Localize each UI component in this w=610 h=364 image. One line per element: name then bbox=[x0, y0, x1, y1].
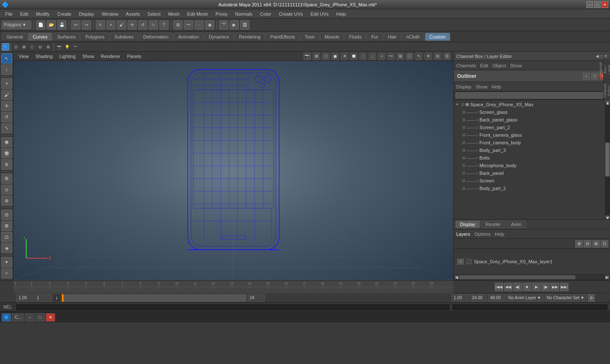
tool-lasso[interactable]: ⌖ bbox=[1, 78, 12, 88]
bt-current-frame-input[interactable]: 1.00 bbox=[452, 294, 469, 302]
tab-animation[interactable]: Animation bbox=[174, 33, 204, 41]
ol-tab-help[interactable]: Help bbox=[492, 84, 502, 89]
toolbar-paint[interactable]: 🖌 bbox=[117, 20, 126, 30]
cb-tab-show[interactable]: Show bbox=[510, 63, 522, 68]
vp-renderer[interactable]: Renderer bbox=[98, 53, 123, 60]
vp-curve-btn[interactable]: 〜 bbox=[387, 52, 395, 60]
ol-item-root[interactable]: ▼ ⊟ Space_Grey_iPhone_XS_Max bbox=[454, 101, 610, 108]
cb-tab-channels[interactable]: Channels bbox=[456, 63, 476, 68]
ol-item-mic-body[interactable]: ⊟ ——○ Microphone_body bbox=[454, 162, 610, 169]
bt-start-time[interactable]: 1.00 bbox=[17, 294, 33, 302]
is-cam[interactable]: 📷 bbox=[55, 43, 63, 51]
toolbar-snap-grid[interactable]: ⊞ bbox=[173, 20, 183, 30]
tool-snap-point[interactable]: ⊙ bbox=[1, 185, 12, 195]
ol-item-screen[interactable]: ⊟ ——○ Screen bbox=[454, 177, 610, 185]
hscroll-thumb[interactable] bbox=[459, 275, 575, 279]
menu-file[interactable]: File bbox=[2, 11, 16, 17]
vp-xray-btn[interactable]: ◌ bbox=[359, 52, 367, 60]
tab-painteffects[interactable]: PaintEffects bbox=[266, 33, 300, 41]
tool-layer2[interactable]: ⊠ bbox=[1, 221, 12, 231]
tab-hair[interactable]: Hair bbox=[383, 33, 401, 41]
ol-scroll-up[interactable]: ▲ bbox=[605, 100, 610, 104]
menu-normals[interactable]: Normals bbox=[232, 11, 256, 17]
vp-hud-btn[interactable]: ⓘ bbox=[406, 52, 413, 60]
layer-tool-2[interactable]: ⊟ bbox=[584, 240, 591, 248]
toolbar-select[interactable]: ↖ bbox=[96, 20, 105, 30]
menu-create-uvs[interactable]: Create UVs bbox=[275, 11, 306, 17]
toolbar-ipr[interactable]: ▶ bbox=[230, 20, 239, 30]
vp-wire-btn[interactable]: ⬡ bbox=[322, 52, 330, 60]
pb-step-back[interactable]: ◀| bbox=[513, 283, 522, 291]
vp-view[interactable]: View bbox=[16, 53, 31, 60]
menu-mesh[interactable]: Mesh bbox=[165, 11, 183, 17]
tab-subdives[interactable]: Subdives bbox=[110, 33, 138, 41]
taskbar-workspace-label[interactable]: C... bbox=[12, 313, 25, 322]
vp-shadow-btn[interactable]: 🔲 bbox=[350, 52, 358, 60]
ol-item-body-part2[interactable]: ⊟ ——○ Body_part_2 bbox=[454, 185, 610, 192]
toolbar-snap-point[interactable]: · bbox=[194, 20, 204, 30]
minimize-button[interactable]: – bbox=[586, 1, 593, 8]
icon-strip-home[interactable]: 🔷 bbox=[2, 43, 9, 51]
ol-tab-display[interactable]: Display bbox=[456, 84, 471, 89]
cb-tab-object[interactable]: Object bbox=[492, 63, 506, 68]
tab-dynamics[interactable]: Dynamics bbox=[204, 33, 234, 41]
tab-ncloth[interactable]: nCloth bbox=[402, 33, 424, 41]
pb-next-key[interactable]: ▶▶ bbox=[551, 283, 559, 291]
tab-rendering[interactable]: Rendering bbox=[234, 33, 265, 41]
tab-deformation[interactable]: Deformation bbox=[139, 33, 173, 41]
tab-fur[interactable]: Fur bbox=[366, 33, 383, 41]
bt-anim-layer[interactable]: No Anim Layer ▼ bbox=[506, 294, 543, 302]
vp-more-btn[interactable]: ☰ bbox=[443, 52, 451, 60]
tool-layer3[interactable]: ⊡ bbox=[1, 232, 12, 242]
toolbar-lasso[interactable]: ⌖ bbox=[106, 20, 116, 30]
tool-rotate[interactable]: ↺ bbox=[1, 112, 12, 122]
cb-expand[interactable]: □ bbox=[600, 54, 603, 58]
close-button[interactable]: ✕ bbox=[602, 1, 608, 8]
ol-minimize[interactable]: – bbox=[583, 73, 590, 80]
vp-light-btn[interactable]: ☀ bbox=[341, 52, 348, 60]
toolbar-redo[interactable]: ↪ bbox=[82, 20, 91, 30]
bt-range-input[interactable]: 1 bbox=[53, 294, 61, 302]
dra-tab-display[interactable]: Display bbox=[455, 221, 480, 228]
toolbar-undo[interactable]: ↩ bbox=[71, 20, 80, 30]
ol-scrollbar[interactable]: ▲ ▼ bbox=[605, 100, 610, 219]
toolbar-save[interactable]: 💾 bbox=[57, 20, 67, 30]
is-curve[interactable]: 〜 bbox=[71, 43, 79, 51]
toolbar-open[interactable]: 📂 bbox=[47, 20, 56, 30]
ol-maximize[interactable]: □ bbox=[591, 73, 598, 80]
bt-end-frame[interactable]: 24 bbox=[248, 294, 265, 302]
tab-muscle[interactable]: Muscle bbox=[320, 33, 344, 41]
layer-tool-1[interactable]: ⊞ bbox=[575, 240, 583, 248]
tool-sculpt[interactable]: 🔘 bbox=[1, 148, 12, 158]
tool-misc[interactable]: ✦ bbox=[1, 257, 12, 267]
is-light[interactable]: 💡 bbox=[63, 43, 71, 51]
tool-move[interactable]: ✛ bbox=[1, 101, 12, 111]
ol-item-back-panel-glass[interactable]: ⊟ ——○ Back_panel_glass bbox=[454, 116, 610, 124]
toolbar-render[interactable]: 🎬 bbox=[219, 20, 228, 30]
layer-type-box[interactable] bbox=[466, 259, 471, 264]
cb-tab-edit[interactable]: Edit bbox=[480, 63, 488, 68]
ol-item-bolts[interactable]: ⊟ ——○ Bolts bbox=[454, 154, 610, 162]
toolbar-move[interactable]: ✛ bbox=[128, 20, 137, 30]
menu-window[interactable]: Window bbox=[98, 11, 122, 17]
attr-btn-channel[interactable]: Channel Box / Layer Editor bbox=[604, 61, 610, 78]
outliner-content[interactable]: ▼ ⊟ Space_Grey_iPhone_XS_Max ⊟ ——○ Scree… bbox=[454, 100, 610, 219]
layer-tool-4[interactable]: ⊡ bbox=[601, 240, 608, 248]
vp-lighting[interactable]: Lighting bbox=[57, 53, 78, 60]
attr-btn-attr[interactable]: Attribute Editor bbox=[604, 82, 610, 99]
menu-edit-mesh[interactable]: Edit Mesh bbox=[184, 11, 211, 17]
ol-item-front-cam-glass[interactable]: ⊟ ——○ Front_camera_glass bbox=[454, 131, 610, 139]
is-face[interactable]: ⊟ bbox=[36, 43, 44, 51]
maximize-button[interactable]: □ bbox=[594, 1, 601, 8]
layer-tab-help[interactable]: Help bbox=[495, 232, 505, 237]
menu-proxy[interactable]: Proxy bbox=[212, 11, 231, 17]
taskbar-maya-icon[interactable]: 🔷 bbox=[2, 313, 11, 322]
pb-play[interactable]: ▶ bbox=[532, 283, 541, 291]
taskbar-max[interactable]: □ bbox=[36, 313, 45, 322]
hscroll-right[interactable]: ▶ bbox=[605, 275, 609, 279]
ol-item-front-cam-body[interactable]: ⊟ ——○ Front_camera_body bbox=[454, 139, 610, 146]
layer-tab-options[interactable]: Options bbox=[474, 232, 491, 237]
tool-snap-view[interactable]: ⊛ bbox=[1, 196, 12, 206]
vp-shading[interactable]: Shading bbox=[33, 53, 55, 60]
tool-select[interactable]: ↖ bbox=[1, 53, 12, 63]
